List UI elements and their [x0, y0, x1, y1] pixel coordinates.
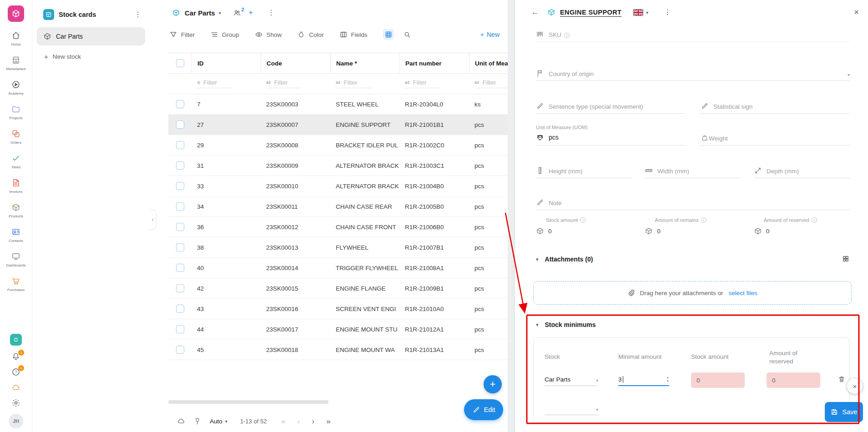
notifications-button[interactable]: 1 [11, 352, 20, 361]
height-field[interactable]: Height (mm) [536, 163, 632, 178]
sidebar-item-purchases[interactable]: Purchases [7, 276, 25, 292]
sidebar-item-home[interactable]: Home [11, 31, 20, 46]
color-button[interactable]: Color [297, 30, 323, 39]
sidebar-collapse-handle[interactable]: ‹ [149, 209, 156, 230]
add-record-fab[interactable]: + [484, 375, 502, 393]
width-field[interactable]: Width (mm) [645, 163, 741, 178]
column-header-name[interactable]: Name * [330, 53, 399, 73]
filter-input-part-number[interactable]: azFilter [405, 79, 440, 88]
row-checkbox[interactable] [176, 161, 184, 170]
fields-button[interactable]: Fields [339, 30, 368, 39]
sidebar-item-projects[interactable]: Projects [10, 105, 23, 120]
filter-input-unit[interactable]: azFilter [474, 79, 508, 88]
group-button[interactable]: Group [210, 30, 239, 39]
table-row[interactable]: 29 23SK00008 BRACKET IDLER PUL R1R-21002… [168, 135, 508, 156]
show-button[interactable]: Show [255, 30, 282, 39]
cloud-status-button[interactable] [11, 383, 20, 392]
pin-button[interactable] [193, 417, 202, 425]
table-row[interactable]: 45 23SK00018 ENGINE MOUNT WA R1R-21013A1… [168, 340, 508, 360]
weight-field[interactable]: Weight [701, 125, 850, 146]
table-row[interactable]: 44 23SK00017 ENGINE MOUNT STU R1R-21012A… [168, 319, 508, 340]
sm-stock-select-new-row[interactable]: ▾ [545, 401, 598, 415]
pagination-first-button[interactable]: « [281, 417, 285, 425]
help-button[interactable]: ? 1 [11, 367, 20, 377]
sidebar-item-orders[interactable]: Orders [10, 129, 21, 145]
table-view-button[interactable] [383, 29, 394, 40]
table-row[interactable]: 36 23SK00012 CHAIN CASE FRONT R1R-21006B… [168, 217, 508, 237]
row-checkbox[interactable] [176, 182, 184, 190]
table-row[interactable]: 38 23SK00013 FLYWHEEL R1R-21007B1 pcs [168, 237, 508, 258]
stepper-up-icon[interactable]: ▲ [666, 376, 669, 379]
filter-input-code[interactable]: azFilter [266, 79, 302, 88]
sm-stock-select[interactable]: Car Parts ▾ [545, 372, 598, 386]
row-checkbox[interactable] [176, 346, 184, 354]
stock-minimums-section-header[interactable]: ▾ Stock minimums [536, 321, 596, 328]
row-checkbox[interactable] [176, 223, 184, 231]
row-checkbox[interactable] [176, 264, 184, 272]
column-header-id[interactable]: ID [192, 53, 261, 73]
sentence-type-field[interactable]: Sentence type (special movement) [536, 98, 685, 114]
table-row[interactable]: 27 23SK00007 ENGINE SUPPORT R1R-21001B1 … [168, 115, 508, 135]
filter-input-name[interactable]: azFilter [336, 79, 371, 88]
attachments-view-toggle[interactable] [842, 255, 850, 263]
note-field[interactable]: Note [536, 195, 850, 210]
close-panel-button[interactable]: × [854, 7, 859, 17]
country-of-origin-field[interactable]: Country of origin ▾ [536, 65, 850, 81]
select-all-checkbox[interactable] [176, 59, 184, 67]
sku-field[interactable]: SKU i [536, 26, 850, 42]
app-logo-icon[interactable] [8, 5, 24, 22]
sidebar-item-dashboards[interactable]: Dashboards [6, 252, 25, 267]
row-checkbox[interactable] [176, 284, 184, 292]
pagination-last-button[interactable]: » [326, 417, 330, 425]
attachments-section-header[interactable]: ▾ Attachments (0) [536, 256, 593, 263]
sidebar-item-car-parts[interactable]: Car Parts [37, 27, 145, 45]
column-header-code[interactable]: Code [261, 53, 330, 73]
table-menu-button[interactable]: ⋮ [265, 8, 278, 17]
sidebar-item-marketplace[interactable]: Marketplace [6, 55, 26, 71]
sidebar-item-invoices[interactable]: Invoices [9, 178, 22, 194]
table-row[interactable]: 40 23SK00014 TRIGGER FLYWHEEL R1R-21008A… [168, 258, 508, 278]
pagination-prev-button[interactable]: ‹ [298, 417, 300, 425]
sync-status-button[interactable] [177, 417, 185, 425]
table-row[interactable]: 34 23SK00011 CHAIN CASE REAR R1R-21005B0… [168, 196, 508, 217]
select-files-link[interactable]: select files [729, 290, 757, 296]
table-row[interactable]: 31 23SK00009 ALTERNATOR BRACK R1R-21003C… [168, 156, 508, 176]
pagination-next-button[interactable]: › [312, 417, 315, 425]
filter-button[interactable]: Filter [169, 30, 195, 39]
attachments-dropzone[interactable]: Drag here your attachments or select fil… [533, 281, 852, 305]
row-checkbox[interactable] [176, 141, 184, 149]
row-checkbox[interactable] [176, 202, 184, 211]
statistical-sign-field[interactable]: Statistical sign [701, 98, 850, 114]
column-header-unit[interactable]: Unit of Meas [469, 53, 508, 73]
close-section-button[interactable]: × [847, 378, 863, 394]
workspace-chevron-icon[interactable]: ▾ [219, 10, 221, 15]
sidebar-item-products[interactable]: Products [9, 203, 23, 218]
stepper-down-icon[interactable]: ▼ [666, 379, 669, 383]
table-row[interactable]: 42 23SK00015 ENGINE FLANGE R1R-21009B1 p… [168, 278, 508, 299]
delete-row-button[interactable] [838, 375, 846, 383]
search-button[interactable] [403, 30, 411, 39]
row-checkbox[interactable] [176, 243, 184, 251]
row-checkbox[interactable] [176, 100, 184, 108]
save-button[interactable]: Save [825, 402, 863, 422]
back-button[interactable]: ← [531, 8, 539, 17]
workspace-title[interactable]: Car Parts [185, 9, 215, 17]
row-checkbox[interactable] [176, 305, 184, 313]
edit-button[interactable]: Edit [464, 399, 503, 420]
add-collaborator-button[interactable]: + [249, 9, 253, 17]
collaborators-button[interactable]: 2 [233, 9, 244, 17]
column-header-part-number[interactable]: Part number [399, 53, 469, 73]
record-menu-button[interactable]: ⋮ [661, 8, 674, 17]
sidebar-item-tasks[interactable]: Tasks [11, 154, 20, 169]
new-record-button[interactable]: + New [480, 31, 500, 38]
sidebar-item-academy[interactable]: Academy [8, 80, 23, 95]
row-checkbox[interactable] [176, 121, 184, 129]
table-row[interactable]: 33 23SK00010 ALTERNATOR BRACK R1R-21004B… [168, 176, 508, 196]
language-selector[interactable]: ▾ [633, 9, 648, 16]
row-checkbox[interactable] [176, 325, 184, 333]
settings-button[interactable] [11, 398, 20, 407]
unit-of-measure-field[interactable]: Unit of Measure (UOM) pcs [536, 125, 685, 146]
table-row[interactable]: 43 23SK00016 SCREEN VENT ENGI R1R-21010A… [168, 299, 508, 319]
number-stepper[interactable]: ▲ ▼ [666, 376, 669, 383]
filter-input-id[interactable]: ≡Filter [197, 79, 232, 88]
